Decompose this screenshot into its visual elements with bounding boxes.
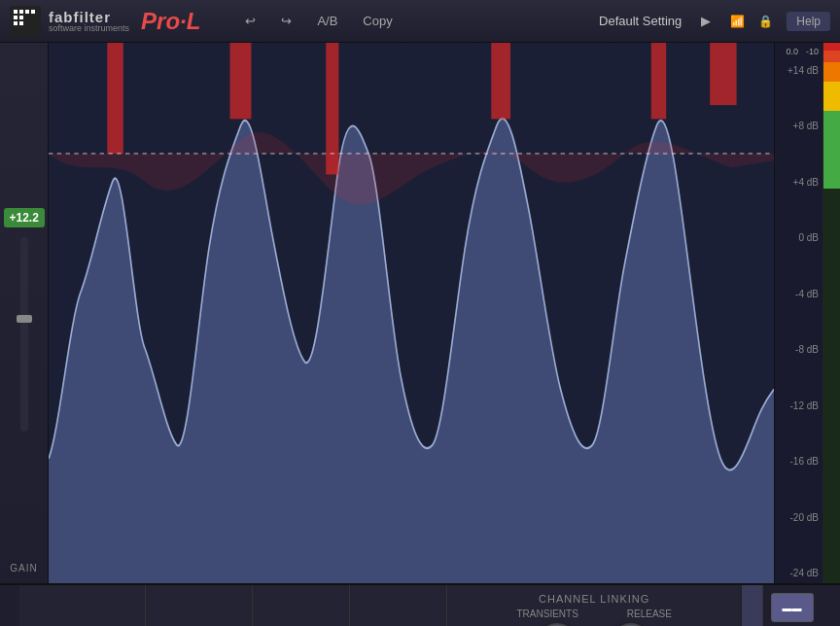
svg-rect-15 bbox=[710, 43, 736, 105]
undo-button[interactable]: ↩ bbox=[239, 12, 262, 30]
db-scale: 0.0 -10 +14 dB +8 dB +4 dB 0 dB -4 dB -8… bbox=[774, 43, 822, 583]
right-panel: ▬▬ ||| K-14 ● ISP bbox=[762, 585, 821, 626]
header-bar: fabfilter software instruments Pro·L ↩ ↪… bbox=[0, 0, 840, 43]
fabfilter-logo-icon bbox=[10, 6, 41, 37]
meter-top-10: -10 bbox=[806, 47, 819, 56]
lock-icon: 🔒 bbox=[758, 15, 773, 28]
svg-rect-6 bbox=[19, 21, 23, 25]
svg-rect-8 bbox=[31, 10, 35, 14]
channel-section: CHANNEL LINKING TRANSIENTS RELEASE 0% 10… bbox=[447, 585, 741, 626]
svg-rect-1 bbox=[14, 10, 18, 14]
help-button[interactable]: Help bbox=[787, 12, 830, 31]
svg-rect-3 bbox=[14, 16, 18, 19]
db-neg16: -16 dB bbox=[779, 456, 819, 467]
svg-rect-7 bbox=[25, 10, 29, 14]
gain-label: GAIN bbox=[10, 563, 37, 574]
release-section: RELEASE 0 s 10 s bbox=[350, 585, 447, 626]
advanced-tab[interactable]: ADVANCED bbox=[741, 585, 762, 626]
db-neg8: -8 dB bbox=[779, 344, 819, 355]
logo-sub: software instruments bbox=[49, 24, 129, 33]
db-neg12: -12 dB bbox=[779, 400, 819, 411]
release-sub-label: RELEASE bbox=[627, 609, 672, 619]
attack-section: ATTACK 0 s 10 s bbox=[253, 585, 350, 626]
controls-panel: « STYLE Dynamic LOOKAHEAD 0 ms 5 ms ATTA… bbox=[0, 583, 840, 626]
db-8: +8 dB bbox=[779, 121, 819, 131]
channel-label: CHANNEL LINKING bbox=[539, 593, 649, 605]
copy-button[interactable]: Copy bbox=[357, 12, 398, 30]
redo-button[interactable]: ↪ bbox=[275, 12, 298, 30]
svg-rect-13 bbox=[491, 43, 510, 119]
signal-icon: 📶 bbox=[730, 15, 745, 28]
svg-rect-10 bbox=[107, 43, 122, 154]
lookahead-section: LOOKAHEAD 0 ms 5 ms bbox=[146, 585, 253, 626]
db-0: 0 dB bbox=[779, 232, 819, 243]
svg-rect-14 bbox=[651, 43, 666, 119]
db-neg24: -24 dB bbox=[779, 568, 819, 578]
ab-button[interactable]: A/B bbox=[311, 12, 343, 30]
gain-slider-thumb[interactable] bbox=[17, 315, 32, 323]
db-neg20: -20 dB bbox=[779, 512, 819, 523]
waveform-display bbox=[49, 43, 774, 583]
header-right: Default Setting ▶ 📶 🔒 Help bbox=[599, 12, 830, 31]
logo-product: Pro·L bbox=[141, 8, 200, 35]
db-14: +14 dB bbox=[779, 65, 819, 76]
gain-value: +12.2 bbox=[4, 208, 45, 227]
header-controls: ↩ ↪ A/B Copy bbox=[239, 12, 398, 30]
svg-rect-11 bbox=[230, 43, 252, 119]
gain-sidebar: +12.2 GAIN bbox=[0, 43, 49, 583]
svg-rect-4 bbox=[19, 16, 23, 19]
svg-rect-2 bbox=[19, 10, 23, 14]
channel-sub-labels: TRANSIENTS RELEASE bbox=[516, 609, 671, 619]
vu-meter bbox=[822, 43, 840, 583]
meter-top-0: 0.0 bbox=[786, 47, 798, 56]
nav-left-button[interactable]: « bbox=[0, 585, 19, 626]
waveform-svg bbox=[49, 43, 774, 583]
db-4: +4 dB bbox=[779, 177, 819, 188]
main-area: +12.2 GAIN bbox=[0, 43, 840, 583]
preset-name: Default Setting bbox=[599, 14, 682, 28]
play-button[interactable]: ▶ bbox=[695, 12, 717, 30]
db-neg4: -4 dB bbox=[779, 289, 819, 299]
nav-right-button[interactable]: » bbox=[821, 585, 840, 626]
histogram-button[interactable]: ▬▬ bbox=[771, 593, 814, 622]
style-section: STYLE Dynamic bbox=[19, 585, 146, 626]
transients-sub-label: TRANSIENTS bbox=[516, 609, 578, 619]
svg-rect-5 bbox=[14, 21, 18, 25]
logo-brand: fabfilter bbox=[49, 10, 129, 24]
gain-slider[interactable] bbox=[20, 237, 28, 432]
logo-area: fabfilter software instruments Pro·L bbox=[10, 6, 200, 37]
